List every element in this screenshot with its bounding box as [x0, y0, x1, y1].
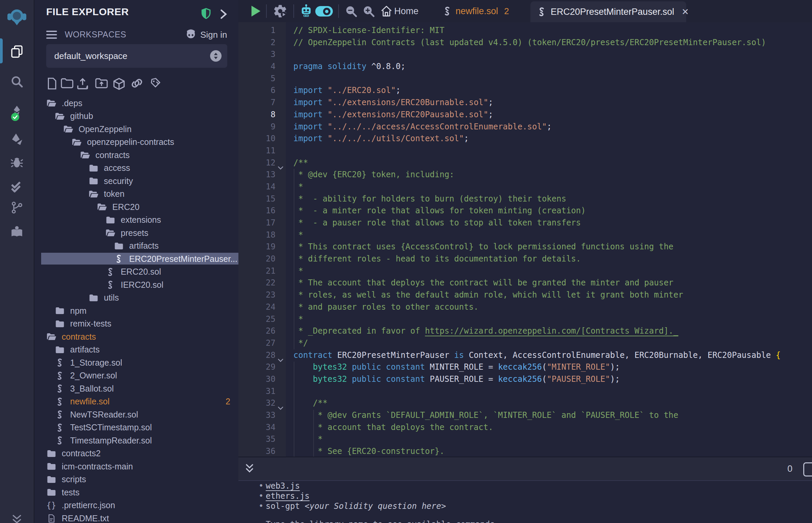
code-line-4[interactable]: 4pragma solidity ^0.8.0;	[239, 61, 812, 73]
code-line-28[interactable]: 28contract ERC20PresetMinterPauser is Co…	[239, 349, 812, 362]
tree-item-erc20-sol[interactable]: ERC20.sol	[34, 266, 239, 279]
code-line-12[interactable]: 12/**	[239, 157, 812, 169]
unit-testing-icon[interactable]	[0, 180, 34, 194]
tree-item-contracts[interactable]: contracts	[34, 330, 239, 343]
tree-item-extensions[interactable]: extensions	[34, 214, 239, 227]
code-line-36[interactable]: 36 * See {ERC20-constructor}.	[239, 446, 812, 457]
code-line-20[interactable]: 20 * different roles - head to its docum…	[239, 253, 812, 265]
terminal-search-box[interactable]	[803, 462, 812, 476]
tree-item-openzeppelin-contracts[interactable]: openzeppelin-contracts	[34, 136, 239, 149]
tree-item-openzeppelin[interactable]: OpenZeppelin	[34, 123, 239, 136]
collapse-sidebar-icon[interactable]	[0, 513, 34, 523]
code-line-7[interactable]: 7import "../extensions/ERC20Burnable.sol…	[239, 97, 812, 109]
tree-item--prettierrc-json[interactable]: {}.prettierrc.json	[34, 499, 239, 512]
tree-item-erc20[interactable]: ERC20	[34, 200, 239, 214]
close-tab-icon[interactable]: ✕	[682, 7, 689, 17]
tree-item-erc20presetminterpauser-[interactable]: ERC20PresetMinterPauser...	[34, 252, 239, 266]
code-line-26[interactable]: 26 * _Deprecated in favor of https://wiz…	[239, 325, 812, 337]
tree-item-ierc20-sol[interactable]: IERC20.sol	[34, 278, 239, 291]
new-folder-icon[interactable]	[61, 77, 73, 90]
terminal-entry-web3-js[interactable]: •web3.js	[239, 481, 812, 491]
terminal-link[interactable]: ethers.js	[266, 491, 310, 501]
terminal-entry-ethers-js[interactable]: •ethers.js	[239, 491, 812, 501]
code-line-29[interactable]: 29 bytes32 public constant MINTER_ROLE =…	[239, 361, 812, 373]
code-line-23[interactable]: 23 * roles, as well as the default admin…	[239, 289, 812, 301]
code-line-9[interactable]: 9import "../../../access/AccessControlEn…	[239, 121, 812, 133]
code-editor[interactable]: 1// SPDX-License-Identifier: MIT2// Open…	[239, 22, 812, 457]
tree-item-artifacts[interactable]: artifacts	[34, 240, 239, 253]
terminal-link[interactable]: web3.js	[266, 481, 300, 491]
tree-item-utils[interactable]: utils	[34, 291, 239, 305]
home-icon[interactable]	[380, 0, 393, 22]
tree-item-token[interactable]: token	[34, 188, 239, 201]
tree-item-tests[interactable]: tests	[34, 486, 239, 499]
debugger-icon[interactable]	[0, 155, 34, 169]
code-line-14[interactable]: 14 *	[239, 181, 812, 193]
ai-assistant-icon[interactable]	[299, 0, 313, 22]
tree-item-timestampreader-sol[interactable]: TimestampReader.sol	[34, 434, 239, 447]
code-line-16[interactable]: 16 * - a minter role that allows for tok…	[239, 205, 812, 217]
tree-item-testsctimestamp-sol[interactable]: TestSCTimestamp.sol	[34, 421, 239, 434]
tree-item-remix-tests[interactable]: remix-tests	[34, 318, 239, 330]
tree-item-presets[interactable]: presets	[34, 227, 239, 240]
link-icon[interactable]	[130, 77, 144, 90]
file-explorer-icon[interactable]	[0, 45, 34, 58]
tree-item-npm[interactable]: npm	[34, 304, 239, 318]
zoom-out-icon[interactable]	[344, 0, 358, 22]
code-line-10[interactable]: 10import "../../../utils/Context.sol";	[239, 133, 812, 145]
code-line-6[interactable]: 6import "../ERC20.sol";	[239, 85, 812, 97]
upload-file-icon[interactable]	[76, 77, 89, 92]
compile-run-icon[interactable]	[273, 0, 288, 22]
new-file-icon[interactable]	[47, 77, 57, 91]
code-line-3[interactable]: 3	[239, 49, 812, 61]
tree-item-access[interactable]: access	[34, 162, 239, 175]
code-line-13[interactable]: 13 * @dev {ERC20} token, including:	[239, 169, 812, 181]
solidity-compiler-icon[interactable]	[0, 105, 34, 120]
code-line-19[interactable]: 19 * This contract uses {AccessControl} …	[239, 241, 812, 253]
tree-item-newtsreader-sol[interactable]: NewTSReader.sol	[34, 408, 239, 421]
tree-item--deps[interactable]: .deps	[34, 97, 239, 110]
tree-item-contracts2[interactable]: contracts2	[34, 447, 239, 460]
code-line-27[interactable]: 27 */	[239, 337, 812, 349]
git-icon[interactable]	[0, 201, 34, 214]
code-line-35[interactable]: 35 *	[239, 433, 812, 446]
code-line-17[interactable]: 17 * - a pauser role that allows to stop…	[239, 217, 812, 229]
code-line-25[interactable]: 25 *	[239, 313, 812, 326]
deploy-run-icon[interactable]	[0, 132, 34, 146]
tree-item-3-ballot-sol[interactable]: 3_Ballot.sol	[34, 382, 239, 395]
tab-newfile[interactable]: newfile.sol 2	[443, 0, 509, 22]
code-line-2[interactable]: 2// OpenZeppelin Contracts (last updated…	[239, 37, 812, 49]
tree-item-security[interactable]: security	[34, 175, 239, 188]
code-line-11[interactable]: 11	[239, 145, 812, 157]
code-line-33[interactable]: 33 * @dev Grants `DEFAULT_ADMIN_ROLE`, `…	[239, 410, 812, 421]
code-line-34[interactable]: 34 * account that deploys the contract.	[239, 421, 812, 434]
code-line-32[interactable]: 32 /**	[239, 397, 812, 410]
chevron-right-icon[interactable]	[220, 9, 227, 21]
code-line-1[interactable]: 1// SPDX-License-Identifier: MIT	[239, 24, 812, 37]
run-script-icon[interactable]	[250, 0, 262, 22]
tree-item-2-owner-sol[interactable]: 2_Owner.sol	[34, 369, 239, 382]
tree-item-github[interactable]: github	[34, 110, 239, 123]
zoom-in-icon[interactable]	[362, 0, 375, 22]
workspace-select[interactable]: default_workspace	[46, 44, 227, 68]
code-line-22[interactable]: 22 * The account that deploys the contra…	[239, 277, 812, 289]
gist-icon[interactable]	[150, 77, 161, 90]
upload-folder-icon[interactable]	[95, 77, 108, 90]
code-line-5[interactable]: 5	[239, 73, 812, 85]
tree-item-1-storage-sol[interactable]: 1_Storage.sol	[34, 356, 239, 369]
tree-item-artifacts[interactable]: artifacts	[34, 343, 239, 357]
workspaces-menu-icon[interactable]	[46, 31, 57, 41]
code-line-31[interactable]: 31	[239, 385, 812, 398]
tab-home[interactable]: Home	[394, 0, 419, 22]
expand-terminal-icon[interactable]	[245, 463, 254, 476]
tab-erc20presetminterpauser[interactable]: ERC20PresetMinterPauser.sol ✕	[530, 1, 686, 22]
tree-item-readme-txt[interactable]: README.txt	[34, 512, 239, 523]
code-line-24[interactable]: 24 * and pauser roles to other accounts.	[239, 301, 812, 313]
code-line-8[interactable]: 8import "../extensions/ERC20Pausable.sol…	[239, 109, 812, 121]
search-icon[interactable]	[0, 75, 34, 88]
sign-in-button[interactable]: Sign in	[200, 30, 227, 40]
tree-item-contracts[interactable]: contracts	[34, 149, 239, 162]
code-line-30[interactable]: 30 bytes32 public constant PAUSER_ROLE =…	[239, 373, 812, 385]
tree-item-scripts[interactable]: scripts	[34, 473, 239, 486]
box-icon[interactable]	[113, 77, 125, 92]
